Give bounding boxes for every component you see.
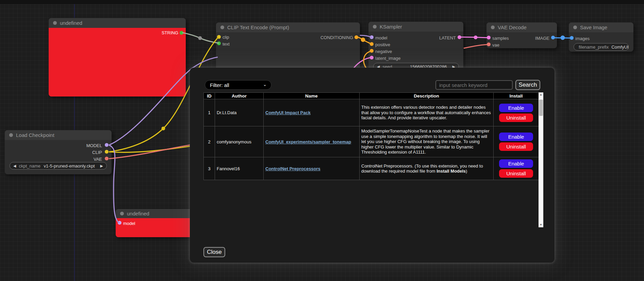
cell-author: Fannovel16: [215, 157, 264, 180]
node-status-dot-icon: [9, 133, 13, 137]
cell-author: comfyanonymous: [215, 126, 264, 157]
ckpt-widget-name: ckpt_name: [19, 163, 40, 169]
node-title: CLIP Text Encode (Prompt): [227, 24, 289, 30]
ckpt-widget-value: v1-5-pruned-emaonly.ckpt: [44, 163, 95, 169]
col-header-install: Install: [494, 93, 539, 99]
input-port-clip[interactable]: [217, 35, 221, 39]
next-arrow-icon[interactable]: ▶: [100, 164, 103, 168]
node-load-checkpoint[interactable]: Load Checkpoint MODEL CLIP VAE ◀ ckpt_na…: [5, 130, 112, 174]
uninstall-button[interactable]: Uninstall: [499, 142, 533, 151]
input-label-latent-image: latent_image: [375, 56, 400, 60]
output-port-clip[interactable]: [105, 150, 109, 154]
node-undefined-top[interactable]: undefined STRING: [49, 18, 186, 96]
output-port-string[interactable]: [180, 31, 183, 35]
search-input[interactable]: [435, 80, 513, 90]
canvas-edge: [0, 0, 644, 4]
node-header[interactable]: undefined: [49, 18, 186, 28]
input-label-vae: vae: [492, 43, 499, 47]
extension-table: ID Author Name Description Install 1 Dr.…: [203, 92, 539, 180]
node-header[interactable]: KSampler: [368, 22, 463, 32]
enable-button[interactable]: Enable: [499, 159, 533, 168]
node-status-dot-icon: [120, 212, 124, 215]
input-port-negative[interactable]: [370, 49, 374, 53]
cell-id: 1: [204, 99, 215, 126]
extension-link[interactable]: ComfyUI Impact Pack: [265, 110, 311, 115]
input-label-samples: samples: [492, 36, 509, 40]
node-status-dot-icon: [491, 25, 495, 29]
input-port-positive[interactable]: [370, 42, 374, 46]
input-label-model: model: [375, 36, 387, 40]
enable-button[interactable]: Enable: [499, 133, 533, 141]
node-header[interactable]: Save Image: [569, 22, 633, 32]
input-label-images: images: [575, 36, 590, 41]
search-button[interactable]: Search: [515, 80, 540, 90]
node-ksampler[interactable]: KSampler model positive negative latent_…: [368, 22, 463, 73]
node-header[interactable]: Load Checkpoint: [5, 130, 112, 140]
input-label-text: text: [222, 42, 230, 46]
col-header-name: Name: [264, 93, 360, 99]
input-port-model[interactable]: [370, 35, 374, 39]
extension-link[interactable]: ControlNet Preprocessors: [265, 166, 320, 171]
cell-description: This extension offers various detector n…: [360, 99, 494, 126]
extension-manager-dialog: Filter: all ⌄ Search ID Author Name Desc…: [190, 68, 555, 263]
output-label-image: IMAGE: [535, 36, 549, 40]
close-button[interactable]: Close: [203, 247, 225, 257]
uninstall-button[interactable]: Uninstall: [499, 169, 533, 178]
output-port-latent[interactable]: [458, 35, 461, 39]
filename-widget-name: filename_prefix: [579, 45, 609, 50]
output-label-string: STRING: [162, 31, 178, 35]
node-status-dot-icon: [220, 25, 224, 29]
node-title: Load Checkpoint: [16, 132, 54, 138]
output-label-clip: CLIP: [92, 150, 102, 155]
input-port-text[interactable]: [217, 41, 221, 45]
ckpt-name-widget[interactable]: ◀ ckpt_name v1-5-pruned-emaonly.ckpt ▶: [10, 162, 107, 170]
scroll-up-arrow-icon[interactable]: ▲: [539, 92, 543, 97]
cell-id: 2: [204, 126, 215, 157]
input-label-negative: negative: [375, 49, 392, 54]
output-port-vae[interactable]: [105, 157, 109, 160]
cell-id: 3: [204, 157, 215, 180]
output-label-model: MODEL: [86, 143, 102, 148]
node-status-dot-icon: [573, 25, 577, 29]
table-scrollbar[interactable]: ▲ ▼: [539, 92, 543, 227]
output-label-conditioning: CONDITIONING: [320, 35, 353, 40]
input-port-model[interactable]: [118, 221, 121, 225]
prev-arrow-icon[interactable]: ◀: [13, 164, 16, 168]
node-save-image[interactable]: Save Image images filename_prefix ComfyU…: [569, 22, 633, 52]
node-header[interactable]: CLIP Text Encode (Prompt): [216, 22, 360, 32]
input-port-latent-image[interactable]: [370, 56, 374, 59]
table-row: 2 comfyanonymous ComfyUI_experiments/sam…: [204, 126, 539, 157]
cell-description: ModelSamplerTonemapNoiseTest a node that…: [360, 126, 494, 157]
node-status-dot-icon: [373, 25, 377, 29]
filter-select[interactable]: Filter: all: [205, 80, 271, 90]
output-port-model[interactable]: [105, 143, 109, 147]
col-header-description: Description: [360, 93, 494, 99]
node-title: undefined: [127, 211, 149, 216]
filter-select-wrap: Filter: all ⌄: [205, 80, 271, 90]
input-label-model: model: [123, 221, 135, 226]
scrollbar-thumb[interactable]: [539, 100, 543, 116]
input-port-images[interactable]: [570, 36, 574, 40]
node-title: Save Image: [580, 24, 607, 30]
input-port-samples[interactable]: [487, 36, 491, 39]
uninstall-button[interactable]: Uninstall: [499, 113, 533, 122]
cell-description: ControlNet Preprocessors. (To use this e…: [360, 157, 494, 180]
output-label-latent: LATENT: [439, 36, 456, 40]
enable-button[interactable]: Enable: [499, 104, 533, 112]
extension-table-wrap: ID Author Name Description Install 1 Dr.…: [203, 92, 539, 180]
extension-link[interactable]: ComfyUI_experiments/sampler_tonemap: [265, 139, 351, 144]
node-title: VAE Decode: [498, 24, 527, 30]
output-port-image[interactable]: [551, 36, 555, 39]
input-label-positive: positive: [375, 42, 390, 47]
node-title: KSampler: [380, 24, 402, 30]
output-port-conditioning[interactable]: [354, 35, 358, 39]
filename-widget-value: ComfyUI: [611, 45, 629, 50]
input-port-vae[interactable]: [487, 42, 491, 46]
table-header-row: ID Author Name Description Install: [204, 93, 539, 99]
table-row: 3 Fannovel16 ControlNet Preprocessors Co…: [204, 157, 539, 180]
scroll-down-arrow-icon[interactable]: ▼: [539, 223, 543, 227]
node-status-dot-icon: [53, 21, 57, 25]
filename-prefix-widget[interactable]: filename_prefix ComfyUI: [574, 43, 629, 51]
node-header[interactable]: VAE Decode: [486, 22, 557, 32]
node-vae-decode[interactable]: VAE Decode samples vae IMAGE: [486, 22, 557, 48]
